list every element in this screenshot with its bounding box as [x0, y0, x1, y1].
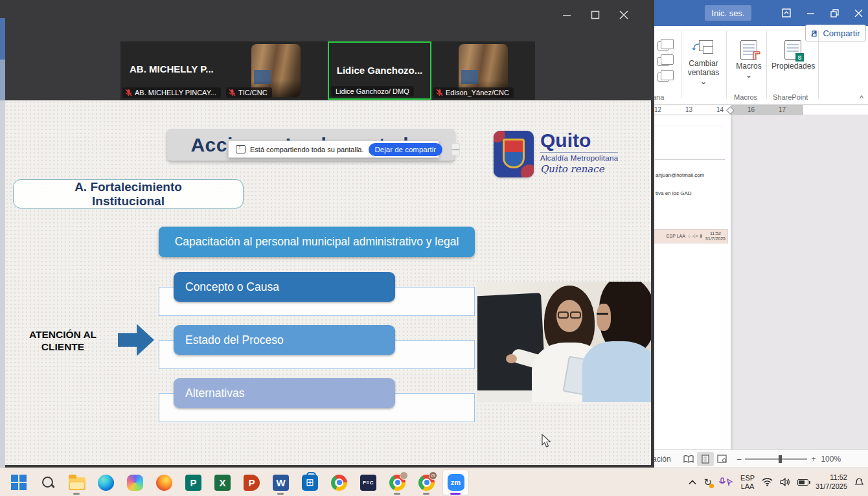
zoom-minimize-icon[interactable]: [562, 10, 571, 19]
participant-tile[interactable]: Edison_Yánez/CNC: [431, 41, 535, 100]
zoom-level[interactable]: 100%: [821, 455, 841, 464]
chrome-icon: G: [418, 475, 435, 491]
macros-button[interactable]: Macros⌄: [730, 40, 768, 80]
muted-mic-icon: [125, 89, 132, 96]
office-photo: [477, 282, 651, 402]
synchronous-scroll-icon[interactable]: [657, 57, 669, 66]
word-minimize-icon[interactable]: [806, 9, 815, 17]
stop-sharing-button[interactable]: Dejar de compartir: [369, 143, 443, 156]
word-share-button[interactable]: Compartir: [805, 25, 866, 41]
word-ribbon: Compartir Cambiar ventanas ⌄ Macros⌄ S: [651, 26, 868, 105]
sharepoint-s-icon: S: [795, 53, 804, 62]
ribbon-display-options-icon[interactable]: [782, 8, 791, 17]
taskbar-chrome-profile[interactable]: [384, 469, 411, 495]
item-box-alternativas: Alternativas: [174, 378, 395, 408]
taskbar-file-explorer[interactable]: [63, 469, 90, 495]
edge-icon: [98, 475, 114, 491]
taskbar-search-button[interactable]: [34, 469, 61, 495]
status-left-text: ación: [652, 455, 671, 464]
caret-down-icon: ⌄: [746, 71, 752, 80]
right-arrow-icon: [118, 322, 154, 358]
reset-window-position-icon[interactable]: [657, 73, 669, 82]
section-box: A. Fortalecimiento Institucional: [13, 179, 244, 209]
quito-crest-icon: [494, 131, 534, 177]
view-side-by-side-icon[interactable]: [657, 41, 669, 51]
taskbar-word[interactable]: W: [268, 469, 294, 495]
taskbar-powerpoint[interactable]: P: [238, 469, 265, 495]
muted-mic-icon: [229, 89, 236, 96]
taskbar-edge[interactable]: [93, 469, 119, 495]
zoom-out-icon[interactable]: –: [737, 455, 742, 464]
zoom-slider[interactable]: – +: [737, 455, 816, 464]
copilot-icon: [127, 475, 143, 491]
zoom-in-icon[interactable]: +: [811, 455, 816, 464]
chrome-icon: [389, 475, 405, 491]
participant-name-badge: Lidice Ganchozo/ DMQ: [331, 86, 414, 96]
side-label: ATENCIÓN AL CLIENTE: [14, 328, 111, 354]
collapse-ribbon-icon[interactable]: ^: [860, 93, 863, 103]
desktop-screen: Inic. ses. Compartir Cambiar ventanas ⌄: [0, 0, 868, 496]
wifi-icon[interactable]: [762, 478, 773, 488]
chrome-icon: [331, 475, 347, 491]
search-icon: [41, 475, 55, 490]
profile-badge: [400, 471, 408, 480]
taskbar-chrome[interactable]: [326, 469, 352, 495]
tray-chevron-up-icon[interactable]: [689, 479, 696, 486]
clock-date[interactable]: 11:5231/7/2025: [816, 473, 847, 491]
word-icon: W: [273, 475, 289, 491]
item-box-concepto: Concepto o Causa: [174, 272, 395, 302]
word-close-icon[interactable]: [854, 9, 863, 17]
logo-subtitle: Alcaldía Metropolitana: [540, 152, 618, 162]
screen-share-icon: [236, 145, 246, 153]
participant-tile[interactable]: AB. MICHELLY P... AB. MICHELLY PINCAY...: [120, 41, 224, 100]
muted-mic-icon: [436, 89, 443, 96]
word-page[interactable]: anjuan@hotmail.com tiva en los GAD ESP L…: [651, 115, 731, 449]
word-restore-icon[interactable]: [830, 9, 839, 17]
sync-status-icon[interactable]: ↻: [703, 477, 712, 488]
zoom-maximize-icon[interactable]: [591, 10, 600, 19]
window-edge-sliver: [0, 60, 5, 100]
ribbon-group-macros: Macros: [734, 93, 757, 101]
publisher-icon: P: [185, 475, 201, 491]
taskbar-microsoft-store[interactable]: ⊞: [297, 469, 323, 495]
microsoft-store-icon: ⊞: [302, 475, 318, 491]
zoom-slider-handle[interactable]: [779, 455, 782, 463]
g-profile-badge: G: [429, 471, 437, 480]
web-layout-icon[interactable]: [714, 452, 731, 466]
taskbar-fec-app[interactable]: F≡C: [355, 469, 382, 495]
participant-tile[interactable]: TIC/CNC: [224, 41, 328, 100]
share-bar-minimize-button[interactable]: —: [451, 143, 460, 155]
speaker-icon[interactable]: [780, 478, 790, 488]
taskbar-zoom[interactable]: zm: [442, 469, 469, 495]
taskbar-chrome-g[interactable]: G: [413, 469, 440, 495]
battery-icon[interactable]: [797, 479, 808, 486]
participant-tile-active-speaker[interactable]: Lidice Ganchozo... Lidice Ganchozo/ DMQ: [328, 41, 431, 100]
participant-name-badge: TIC/CNC: [226, 87, 272, 98]
taskbar-start-button[interactable]: [5, 469, 32, 495]
taskbar-excel[interactable]: X: [209, 469, 236, 495]
taskbar-publisher[interactable]: P: [180, 469, 207, 495]
embedded-screenshot: ESP LAA ⌾ ◁» ▮ 11:5231/7/2025: [654, 229, 728, 243]
participant-strip: AB. MICHELLY P... AB. MICHELLY PINCAY...…: [120, 41, 535, 100]
switch-windows-button[interactable]: Cambiar ventanas ⌄: [685, 40, 722, 86]
taskbar: P X P W ⊞ F≡C G zm ↻ ESPLAA 11:5231/7/20…: [0, 468, 868, 496]
taskbar-copilot[interactable]: [122, 469, 148, 495]
quito-logo: Quito Alcaldía Metropolitana Quito renac…: [494, 131, 618, 177]
notification-bell-icon[interactable]: z: [854, 477, 864, 488]
file-explorer-icon: [69, 477, 86, 490]
taskbar-firefox[interactable]: [151, 469, 177, 495]
excel-icon: X: [214, 475, 231, 491]
word-ruler: 12 13 14 16 17: [651, 105, 868, 115]
macro-scroll-icon: [752, 51, 761, 61]
zoom-close-icon[interactable]: [619, 10, 628, 19]
doc-text-line: tiva en los GAD: [656, 190, 692, 196]
language-indicator[interactable]: ESPLAA: [740, 474, 755, 491]
switch-arrow-icon: [692, 43, 701, 53]
word-signin-button[interactable]: Inic. ses.: [705, 5, 751, 21]
properties-button[interactable]: S Propiedades: [771, 40, 814, 71]
print-layout-icon[interactable]: [697, 452, 714, 466]
read-mode-icon[interactable]: [680, 452, 697, 466]
windows-start-icon: [11, 475, 27, 490]
doc-text-line: anjuan@hotmail.com: [656, 172, 704, 178]
mic-cursor-icon[interactable]: [719, 477, 733, 488]
